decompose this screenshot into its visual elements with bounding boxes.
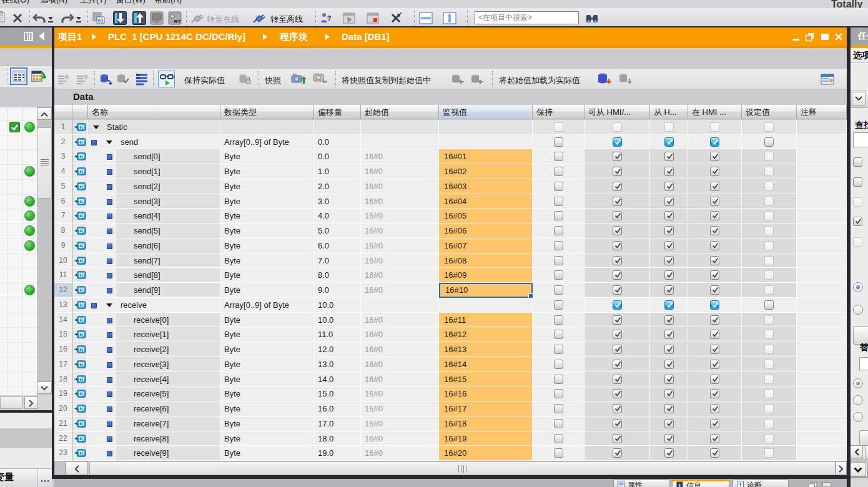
expanded-mode-icon[interactable] (821, 74, 834, 87)
cell-hmi3[interactable] (688, 446, 742, 461)
cell-name[interactable]: send[5] (88, 224, 220, 239)
cell-name[interactable]: receive[4] (88, 372, 220, 387)
search-project-icon[interactable] (585, 13, 599, 27)
cell-comment[interactable] (797, 283, 847, 298)
cell-comment[interactable] (797, 401, 847, 416)
cell-hmi1[interactable] (584, 268, 650, 283)
cell-set[interactable] (742, 164, 797, 179)
checkbox-hmi1[interactable] (613, 389, 622, 398)
cell-offset[interactable]: 8.0 (314, 268, 361, 283)
checkbox-hmi3[interactable] (710, 137, 719, 147)
cell-start[interactable]: 16#0 (361, 446, 439, 461)
window-close-button[interactable] (834, 32, 844, 42)
cell-hmi1[interactable] (584, 209, 650, 224)
cell-hmi2[interactable] (650, 298, 688, 313)
load-start-all-icon[interactable] (597, 72, 612, 89)
column-header-comment[interactable]: 注释 (797, 105, 847, 119)
checkbox-hmi3[interactable] (710, 434, 719, 443)
checkbox-retain[interactable] (554, 360, 563, 369)
h-scroll-thumb[interactable] (89, 461, 836, 475)
table-view-button[interactable] (10, 67, 27, 85)
cell-set[interactable] (742, 357, 797, 372)
tree-h-thumb[interactable] (0, 396, 22, 409)
checkbox-hmi1[interactable] (613, 375, 622, 384)
cell-type[interactable]: Byte (220, 253, 314, 268)
cell-retain[interactable] (533, 194, 584, 209)
checkbox-retain[interactable] (554, 315, 563, 325)
inspector-collapse-icon[interactable] (822, 480, 831, 487)
checkbox-hmi2[interactable] (664, 137, 674, 147)
checkbox-retain[interactable] (554, 375, 563, 384)
search-direction-radio[interactable] (853, 305, 863, 315)
checkbox-hmi2[interactable] (664, 270, 674, 280)
start-simulation-icon[interactable] (343, 12, 357, 26)
cell-name[interactable]: send[3] (88, 194, 220, 209)
cell-type[interactable]: Byte (220, 224, 314, 239)
cell-set[interactable] (742, 283, 797, 298)
cell-start[interactable]: 16#0 (361, 239, 439, 253)
cell-set[interactable] (742, 313, 797, 328)
cell-retain[interactable] (533, 313, 584, 328)
cell-hmi2[interactable] (650, 224, 688, 239)
cell-hmi3[interactable] (688, 239, 742, 253)
cell-retain[interactable] (533, 342, 584, 357)
cell-hmi3[interactable] (688, 342, 742, 357)
cell-hmi3[interactable] (688, 149, 742, 164)
cell-retain[interactable] (533, 431, 584, 446)
cell-hmi1[interactable] (584, 298, 650, 313)
cell-comment[interactable] (797, 298, 847, 313)
checkbox-retain[interactable] (554, 197, 563, 206)
checkbox-hmi3[interactable] (710, 182, 719, 191)
load-start-sel-icon[interactable] (618, 72, 633, 89)
cell-type[interactable]: Byte (220, 431, 314, 446)
cell-hmi1[interactable] (584, 416, 650, 431)
cell-start[interactable]: 16#0 (361, 327, 439, 342)
find-option-checkbox[interactable] (853, 177, 862, 187)
checkbox-hmi1[interactable] (613, 434, 622, 443)
cell-start[interactable]: 16#0 (361, 209, 439, 224)
search-direction-radio[interactable] (853, 395, 863, 405)
column-header-icon[interactable] (72, 105, 88, 119)
cell-retain[interactable] (533, 209, 584, 224)
column-header-monitor[interactable]: 监视值 (439, 105, 533, 119)
cell-retain[interactable] (533, 253, 584, 268)
undo-dropdown-icon[interactable] (47, 14, 61, 27)
checkbox-hmi1[interactable] (613, 315, 622, 325)
cell-name[interactable]: send[0] (88, 149, 220, 164)
cell-offset[interactable]: 12.0 (314, 342, 361, 357)
cell-type[interactable]: Byte (220, 357, 314, 372)
menu-item-5[interactable]: 帮助(H) (154, 0, 182, 6)
cross-reference-icon[interactable] (390, 12, 404, 26)
go-offline-icon[interactable] (252, 14, 266, 27)
cell-name[interactable]: receive[8] (88, 431, 220, 446)
cell-start[interactable]: 16#0 (361, 372, 439, 387)
cell-retain[interactable] (533, 149, 584, 164)
h-scrollbar[interactable] (54, 461, 847, 475)
inspector-tab-2[interactable]: i信息 (672, 480, 729, 487)
column-header-offset[interactable]: 偏移量 (314, 105, 361, 119)
cell-hmi2[interactable] (650, 446, 688, 461)
cell-name[interactable]: receive[6] (88, 401, 220, 416)
cell-set[interactable] (742, 135, 797, 150)
cell-name[interactable]: receive[2] (88, 342, 220, 357)
cell-hmi2[interactable] (650, 327, 688, 342)
column-header-hmi3[interactable]: 在 HMI ... (688, 105, 742, 119)
cell-hmi2[interactable] (650, 120, 688, 135)
cell-name[interactable]: receive[0] (88, 313, 220, 328)
cell-comment[interactable] (797, 431, 847, 446)
checkbox-hmi1[interactable] (613, 137, 622, 147)
cell-monitor[interactable]: 16#20 (439, 446, 533, 461)
cell-start[interactable] (361, 135, 439, 150)
cell-retain[interactable] (533, 120, 584, 135)
cell-hmi1[interactable] (584, 283, 650, 298)
cell-hmi1[interactable] (584, 386, 650, 401)
cell-monitor[interactable]: 16#05 (439, 209, 533, 224)
cell-start[interactable]: 16#0 (361, 253, 439, 268)
checkbox-hmi3[interactable] (710, 404, 719, 413)
breadcrumb-segment-2[interactable]: PLC_1 [CPU 1214C DC/DC/Rly] (108, 31, 245, 42)
checkbox-set[interactable] (764, 300, 774, 310)
cell-set[interactable] (742, 372, 797, 387)
checkbox-hmi1[interactable] (613, 448, 622, 458)
cell-hmi2[interactable] (650, 357, 688, 372)
cell-comment[interactable] (797, 416, 847, 431)
